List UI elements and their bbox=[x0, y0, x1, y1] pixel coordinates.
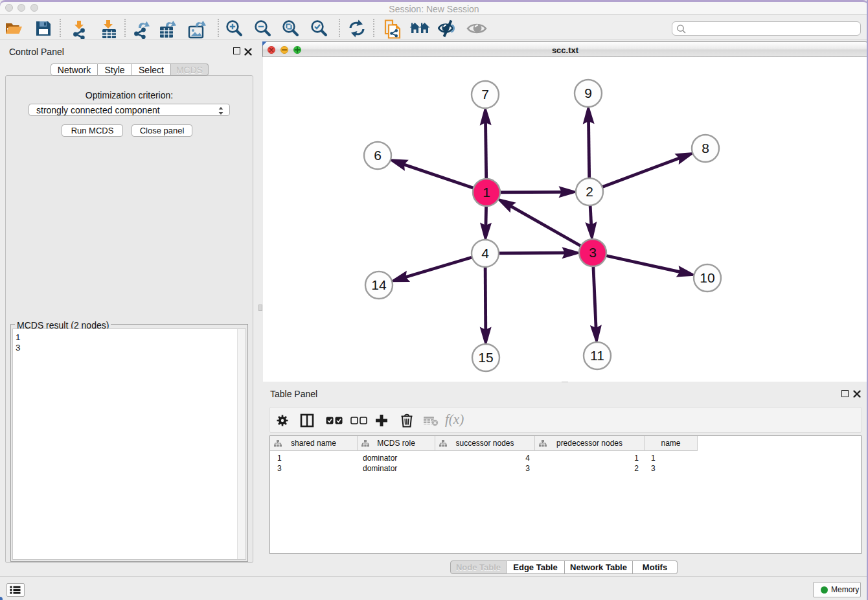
svg-text:10: 10 bbox=[700, 270, 714, 285]
svg-text:8: 8 bbox=[702, 141, 709, 156]
svg-text:11: 11 bbox=[590, 348, 604, 363]
svg-text:14: 14 bbox=[371, 277, 387, 292]
svg-text:6: 6 bbox=[374, 148, 382, 163]
svg-text:9: 9 bbox=[584, 86, 592, 100]
svg-text:4: 4 bbox=[481, 246, 489, 260]
svg-text:3: 3 bbox=[589, 245, 597, 260]
svg-text:2: 2 bbox=[586, 184, 593, 199]
svg-text:7: 7 bbox=[481, 87, 489, 102]
svg-text:1: 1 bbox=[483, 185, 490, 200]
svg-text:15: 15 bbox=[478, 350, 493, 365]
